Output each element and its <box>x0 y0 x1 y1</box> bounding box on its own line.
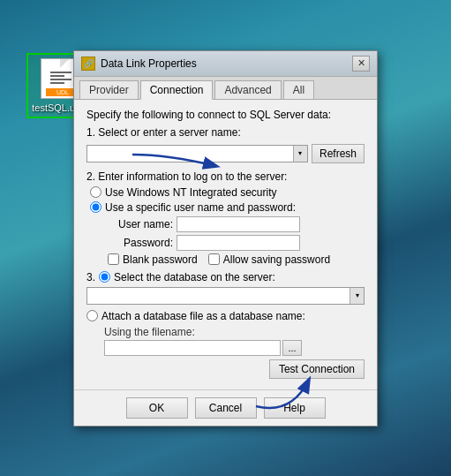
password-row: Password: <box>108 235 365 251</box>
section3: 3. Select the database on the server: ▾ … <box>86 271 365 379</box>
tab-all[interactable]: All <box>283 80 314 99</box>
dialog: 🔗 Data Link Properties ✕ Provider Connec… <box>73 50 378 427</box>
username-row: User name: <box>108 216 365 232</box>
windows-auth-row: Use Windows NT Integrated security <box>86 186 365 199</box>
select-db-radio[interactable] <box>99 271 110 283</box>
dialog-titlebar: 🔗 Data Link Properties ✕ <box>74 51 377 77</box>
section1-label: Specify the following to connect to SQL … <box>86 109 365 121</box>
server-row: ▾ Refresh <box>86 144 365 163</box>
blank-password-checkbox[interactable] <box>108 253 119 265</box>
db-combo-arrow[interactable]: ▾ <box>350 288 364 304</box>
filename-section: Using the filename: ... <box>104 326 365 356</box>
test-connection-button[interactable]: Test Connection <box>269 359 365 379</box>
tab-connection[interactable]: Connection <box>140 80 214 100</box>
test-connection-row: Test Connection <box>86 359 365 379</box>
step1-label: 1. Select or enter a server name: <box>86 126 365 139</box>
select-db-label: Select the database on the server: <box>114 271 275 283</box>
refresh-button[interactable]: Refresh <box>312 144 365 163</box>
titlebar-left: 🔗 Data Link Properties <box>81 57 197 71</box>
attach-row: Attach a database file as a database nam… <box>86 310 365 322</box>
blank-password-row: Blank password Allow saving password <box>108 253 365 266</box>
dialog-overlay: 🔗 Data Link Properties ✕ Provider Connec… <box>0 0 451 476</box>
ok-button[interactable]: OK <box>126 397 188 419</box>
dialog-content: Specify the following to connect to SQL … <box>74 100 377 389</box>
server-combo[interactable]: ▾ <box>86 145 308 162</box>
section2-label: 2. Enter information to log on to the se… <box>86 170 365 183</box>
credentials-block: User name: Password: Blank password Allo… <box>86 216 365 266</box>
windows-auth-radio[interactable] <box>90 186 101 198</box>
help-button[interactable]: Help <box>264 397 326 419</box>
title-icon: 🔗 <box>81 57 95 71</box>
filename-input[interactable] <box>104 340 281 356</box>
filename-row: ... <box>104 340 365 356</box>
tab-bar: Provider Connection Advanced All <box>74 77 377 100</box>
allow-saving-checkbox[interactable] <box>208 253 220 265</box>
attach-label: Attach a database file as a database nam… <box>101 310 305 322</box>
close-button[interactable]: ✕ <box>352 56 370 72</box>
specific-auth-radio[interactable] <box>90 201 101 213</box>
username-label: User name: <box>108 218 177 230</box>
db-combo[interactable]: ▾ <box>86 287 365 305</box>
server-combo-arrow[interactable]: ▾ <box>293 146 307 162</box>
specific-auth-label: Use a specific user name and password: <box>105 201 296 214</box>
password-input[interactable] <box>177 235 300 251</box>
attach-db-radio[interactable] <box>86 310 98 321</box>
dialog-footer: OK Cancel Help <box>74 389 377 426</box>
windows-auth-label: Use Windows NT Integrated security <box>105 186 277 199</box>
blank-password-label: Blank password <box>123 253 198 266</box>
filename-label: Using the filename: <box>104 326 365 338</box>
allow-saving-label: Allow saving password <box>223 253 330 266</box>
select-db-title-row: 3. Select the database on the server: <box>86 271 365 283</box>
username-input[interactable] <box>177 216 300 232</box>
cancel-button[interactable]: Cancel <box>195 397 257 419</box>
password-label: Password: <box>108 237 177 249</box>
tab-provider[interactable]: Provider <box>79 80 139 99</box>
dialog-title: Data Link Properties <box>101 57 197 70</box>
step3-number: 3. <box>86 271 95 283</box>
browse-button[interactable]: ... <box>282 340 302 356</box>
tab-advanced[interactable]: Advanced <box>214 80 281 99</box>
specific-auth-row: Use a specific user name and password: <box>86 201 365 214</box>
